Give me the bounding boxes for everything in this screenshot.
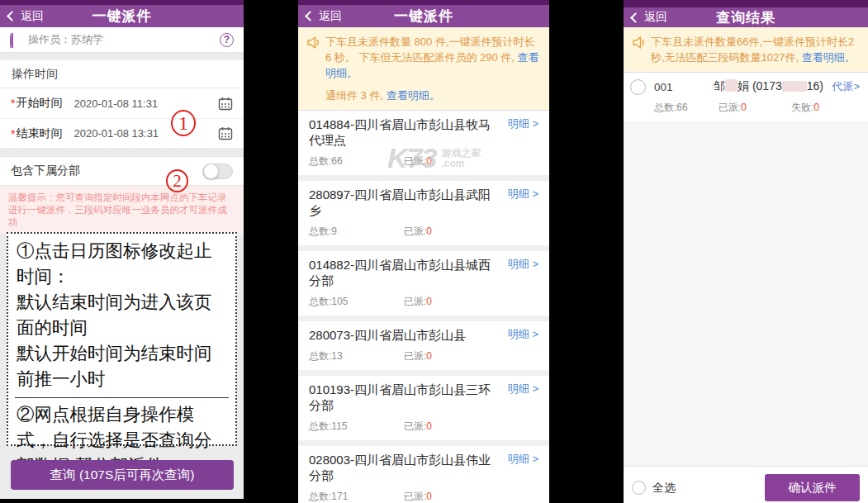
include-branch-row: 包含下属分部 [0, 156, 244, 186]
censored-block [782, 81, 807, 92]
hint-text: 温馨提示：您可查询指定时间段内本网点的下车记录 进行一键派件，三段码对应唯一业务… [0, 186, 244, 234]
toggle-knob [203, 164, 219, 179]
confirm-dispatch-button[interactable]: 确认派件 [765, 474, 860, 501]
start-time-value[interactable]: 2020-01-08 11:31 [74, 97, 158, 110]
end-time-label: 结束时间 [16, 126, 62, 141]
select-all-radio[interactable] [632, 481, 646, 495]
back-label: 返回 [644, 10, 667, 25]
screenshot-stage: 返回 一键派件 操作员：苏纳学 ? 操作时间 * 开始时间 2020-01-08… [0, 0, 868, 503]
courier-code: 001 [654, 81, 714, 93]
station-title: 280073-四川省眉山市彭山县 [309, 327, 503, 343]
panel-query-result: 返回 查询结果 下车且未派件数量66件,一键派件预计时长2秒,无法匹配三段码数量… [624, 0, 868, 503]
station-row: 028003-四川省眉山市彭山县伟业分部 明细 > 总数:171已派:0 [298, 446, 549, 503]
include-branch-toggle[interactable] [202, 164, 233, 179]
required-star: * [11, 97, 15, 110]
back-button[interactable]: 返回 [632, 7, 667, 27]
calendar-icon[interactable] [218, 126, 233, 140]
notice-text-2: 通缉件 3 件, [325, 89, 387, 102]
annotation-divider [15, 397, 229, 398]
chevron-left-icon [630, 12, 641, 23]
chevron-left-icon [305, 11, 315, 21]
censored-block [725, 79, 738, 92]
panel-dispatch-form: 返回 一键派件 操作员：苏纳学 ? 操作时间 * 开始时间 2020-01-08… [0, 0, 244, 499]
back-button[interactable]: 返回 [306, 5, 342, 27]
back-label: 返回 [21, 9, 44, 24]
select-all-label: 全选 [652, 481, 676, 496]
operator-label: 操作员：苏纳学 [28, 32, 103, 47]
time-fields: * 开始时间 2020-01-08 11:31 * 结束时间 2020-01-0… [0, 88, 244, 148]
dispatch-link[interactable]: 代派> [832, 79, 860, 94]
station-title: 014882-四川省眉山市彭山县城西分部 [309, 257, 503, 288]
station-row: 014884-四川省眉山市彭山县牧马代理点 明细 > 总数:66已派:0 [298, 111, 549, 175]
station-list: 014884-四川省眉山市彭山县牧马代理点 明细 > 总数:66已派:0 280… [298, 111, 549, 503]
view-detail-link-2[interactable]: 查看明细。 [387, 89, 440, 102]
page-title: 一键派件 [394, 7, 453, 26]
annotation-1-line2: 默认结束时间为进入该页面的时间 [17, 290, 227, 341]
footer-bar: 全选 确认派件 [624, 467, 868, 503]
header: 返回 一键派件 [0, 0, 244, 27]
detail-link[interactable]: 明细 > [508, 382, 538, 413]
detail-link[interactable]: 明细 > [508, 257, 538, 288]
page-title: 一键派件 [92, 7, 152, 26]
station-title: 014884-四川省眉山市彭山县牧马代理点 [309, 116, 503, 148]
end-time-field[interactable]: * 结束时间 2020-01-08 13:31 [0, 118, 244, 148]
query-button[interactable]: 查询 (107S后可再次查询) [11, 460, 234, 490]
required-star: * [11, 127, 15, 140]
notice-banner: 下车且未派件数量 800 件,一键派件预计时长 6 秒。 下车但无法匹配派件员的… [298, 27, 549, 111]
annotation-1-line3: 默认开始时间为结束时间前推一小时 [17, 341, 227, 392]
detail-link[interactable]: 明细 > [508, 116, 538, 148]
header: 返回 一键派件 [298, 0, 549, 27]
station-title: 028003-四川省眉山市彭山县伟业分部 [309, 452, 503, 483]
station-row: 014882-四川省眉山市彭山县城西分部 明细 > 总数:105已派:0 [298, 251, 549, 316]
row-radio[interactable] [630, 79, 646, 95]
detail-link[interactable]: 明细 > [508, 327, 538, 343]
header: 返回 查询结果 [624, 0, 868, 27]
person-icon [10, 34, 21, 46]
section-title: 操作时间 [0, 60, 244, 88]
back-label: 返回 [319, 9, 342, 24]
page-title: 查询结果 [716, 8, 776, 27]
station-row: 280897-四川省眉山市彭山县武阳乡 明细 > 总数:9已派:0 [298, 181, 549, 245]
chevron-left-icon [7, 11, 17, 21]
speaker-icon [306, 36, 321, 50]
view-detail-link[interactable]: 查看明细。 [802, 51, 856, 64]
end-time-value[interactable]: 2020-01-08 13:31 [74, 127, 159, 140]
detail-link[interactable]: 明细 > [508, 452, 538, 483]
courier-row: 001 邹娟 (017316) 代派> 总数:66 已派:0 失败:0 [624, 73, 868, 123]
station-title: 280897-四川省眉山市彭山县武阳乡 [309, 187, 503, 218]
notice-banner: 下车且未派件数量66件,一键派件预计时长2秒,无法匹配三段码数量1027件, 查… [624, 27, 868, 73]
start-time-field[interactable]: * 开始时间 2020-01-08 11:31 [0, 88, 244, 118]
include-branch-label: 包含下属分部 [11, 164, 80, 178]
speaker-icon [632, 36, 647, 50]
notice-text: 下车且未派件数量 800 件,一键派件预计时长 6 秒。 下车但无法匹配派件员的… [325, 36, 535, 64]
help-icon[interactable]: ? [220, 33, 234, 47]
annotation-1-line1: ①点击日历图标修改起止时间： [17, 239, 227, 290]
annotation-box: ①点击日历图标修改起止时间： 默认结束时间为进入该页面的时间 默认开始时间为结束… [7, 232, 237, 446]
operator-row: 操作员：苏纳学 ? [0, 27, 244, 53]
annotation-badge-1: 1 [171, 110, 196, 136]
back-button[interactable]: 返回 [8, 5, 44, 27]
station-title: 010193-四川省眉山市彭山县三环分部 [309, 382, 503, 413]
courier-name: 邹娟 (017316) [714, 79, 823, 94]
panel-station-list: 返回 一键派件 下车且未派件数量 800 件,一键派件预计时长 6 秒。 下车但… [298, 0, 549, 503]
station-row: 280073-四川省眉山市彭山县 明细 > 总数:13已派:0 [298, 321, 549, 370]
start-time-label: 开始时间 [16, 96, 62, 111]
empty-area [624, 123, 868, 467]
station-row: 010193-四川省眉山市彭山县三环分部 明细 > 总数:115已派:0 [298, 376, 549, 440]
annotation-badge-2: 2 [166, 169, 188, 192]
calendar-icon[interactable] [218, 97, 233, 111]
detail-link[interactable]: 明细 > [508, 187, 538, 218]
